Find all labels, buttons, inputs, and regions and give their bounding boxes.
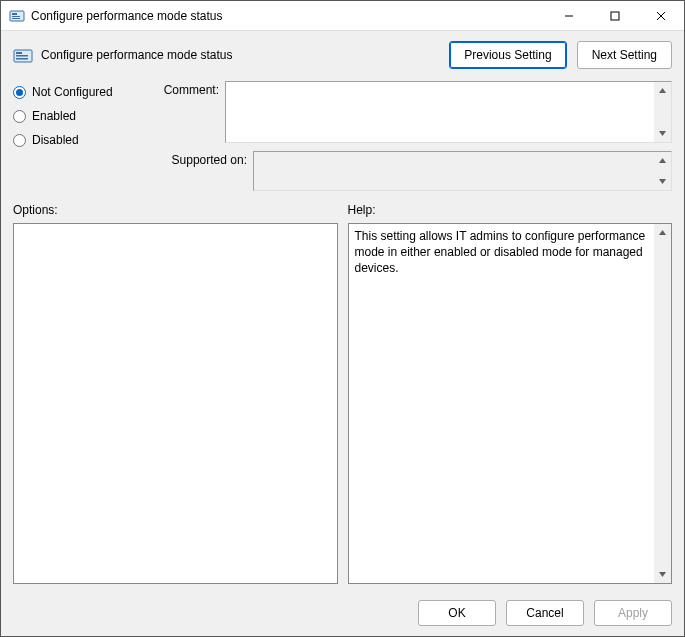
svg-marker-15 (659, 179, 666, 184)
svg-rect-2 (12, 16, 20, 17)
minimize-button[interactable] (546, 1, 592, 30)
radio-label: Not Configured (32, 85, 113, 99)
scroll-down-icon (654, 566, 671, 583)
policy-icon (13, 45, 33, 65)
supported-on-label: Supported on: (163, 151, 247, 191)
minimize-icon (564, 11, 574, 21)
svg-rect-3 (12, 18, 20, 19)
policy-name: Configure performance mode status (41, 48, 441, 62)
options-section-label: Options: (13, 203, 338, 217)
header: Configure performance mode status Previo… (1, 31, 684, 73)
radio-icon (13, 110, 26, 123)
svg-rect-10 (16, 55, 28, 57)
titlebar: Configure performance mode status (1, 1, 684, 31)
radio-icon (13, 86, 26, 99)
scroll-up-icon (654, 224, 671, 241)
dialog-window: Configure performance mode status Config… (0, 0, 685, 637)
comment-textarea[interactable] (225, 81, 672, 143)
supported-on-textarea (253, 151, 672, 191)
svg-rect-11 (16, 58, 28, 60)
svg-rect-5 (611, 12, 619, 20)
metadata-fields: Comment: Supported on: (163, 81, 672, 191)
radio-not-configured[interactable]: Not Configured (13, 85, 153, 99)
window-controls (546, 1, 684, 30)
help-section-label: Help: (348, 203, 673, 217)
section-labels: Options: Help: (1, 195, 684, 223)
maximize-icon (610, 11, 620, 21)
scroll-down-icon (654, 173, 671, 190)
app-icon (9, 8, 25, 24)
close-button[interactable] (638, 1, 684, 30)
next-setting-button[interactable]: Next Setting (577, 41, 672, 69)
svg-rect-1 (12, 13, 17, 15)
radio-icon (13, 134, 26, 147)
comment-scrollbar[interactable] (654, 82, 671, 142)
help-text: This setting allows IT admins to configu… (349, 224, 655, 583)
apply-button[interactable]: Apply (594, 600, 672, 626)
scroll-up-icon (654, 82, 671, 99)
svg-marker-16 (659, 230, 666, 235)
close-icon (656, 11, 666, 21)
radio-disabled[interactable]: Disabled (13, 133, 153, 147)
maximize-button[interactable] (592, 1, 638, 30)
help-pane: This setting allows IT admins to configu… (348, 223, 673, 584)
comment-row: Comment: (163, 81, 672, 143)
configuration-area: Not Configured Enabled Disabled Comment: (1, 73, 684, 195)
svg-marker-17 (659, 572, 666, 577)
state-radio-group: Not Configured Enabled Disabled (13, 81, 153, 191)
supported-on-row: Supported on: (163, 151, 672, 191)
supported-on-value (254, 152, 654, 190)
comment-value (226, 82, 654, 142)
ok-button[interactable]: OK (418, 600, 496, 626)
window-title: Configure performance mode status (31, 9, 546, 23)
panes: This setting allows IT admins to configu… (1, 223, 684, 592)
svg-marker-12 (659, 88, 666, 93)
options-pane (13, 223, 338, 584)
radio-enabled[interactable]: Enabled (13, 109, 153, 123)
svg-rect-9 (16, 52, 22, 54)
scroll-down-icon (654, 125, 671, 142)
comment-label: Comment: (163, 81, 219, 143)
supported-scrollbar[interactable] (654, 152, 671, 190)
cancel-button[interactable]: Cancel (506, 600, 584, 626)
radio-label: Enabled (32, 109, 76, 123)
scroll-up-icon (654, 152, 671, 169)
previous-setting-button[interactable]: Previous Setting (449, 41, 566, 69)
svg-marker-14 (659, 158, 666, 163)
nav-buttons: Previous Setting Next Setting (449, 41, 672, 69)
svg-marker-13 (659, 131, 666, 136)
radio-label: Disabled (32, 133, 79, 147)
dialog-footer: OK Cancel Apply (1, 592, 684, 636)
help-scrollbar[interactable] (654, 224, 671, 583)
